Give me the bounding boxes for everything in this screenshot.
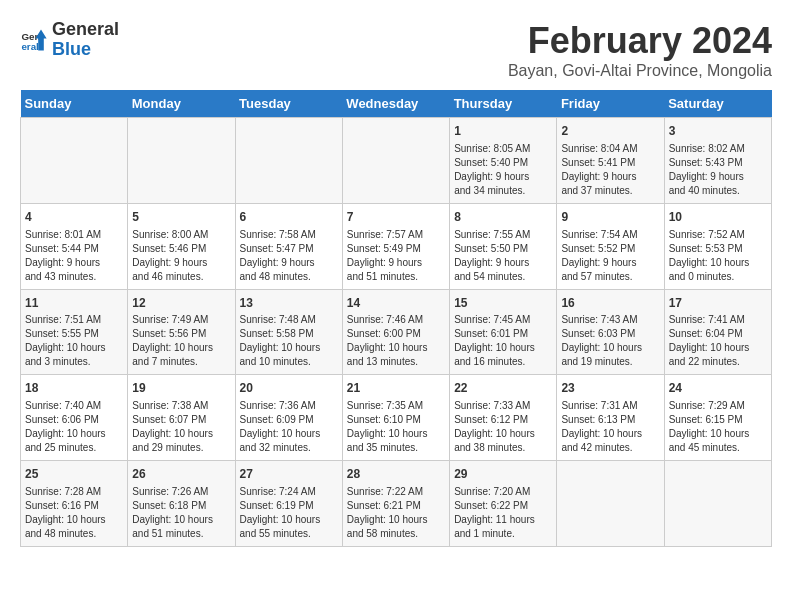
calendar-cell	[21, 118, 128, 204]
calendar-table: SundayMondayTuesdayWednesdayThursdayFrid…	[20, 90, 772, 547]
day-info: Sunrise: 7:49 AMSunset: 5:56 PMDaylight:…	[132, 313, 230, 369]
day-number: 2	[561, 123, 659, 140]
day-number: 8	[454, 209, 552, 226]
day-number: 29	[454, 466, 552, 483]
day-number: 16	[561, 295, 659, 312]
week-row-5: 25Sunrise: 7:28 AMSunset: 6:16 PMDayligh…	[21, 461, 772, 547]
day-number: 12	[132, 295, 230, 312]
day-number: 9	[561, 209, 659, 226]
day-info: Sunrise: 7:35 AMSunset: 6:10 PMDaylight:…	[347, 399, 445, 455]
calendar-cell: 29Sunrise: 7:20 AMSunset: 6:22 PMDayligh…	[450, 461, 557, 547]
day-info: Sunrise: 7:55 AMSunset: 5:50 PMDaylight:…	[454, 228, 552, 284]
day-number: 27	[240, 466, 338, 483]
day-info: Sunrise: 7:24 AMSunset: 6:19 PMDaylight:…	[240, 485, 338, 541]
calendar-cell: 1Sunrise: 8:05 AMSunset: 5:40 PMDaylight…	[450, 118, 557, 204]
day-number: 22	[454, 380, 552, 397]
calendar-cell	[128, 118, 235, 204]
day-number: 18	[25, 380, 123, 397]
calendar-cell: 10Sunrise: 7:52 AMSunset: 5:53 PMDayligh…	[664, 203, 771, 289]
day-info: Sunrise: 7:28 AMSunset: 6:16 PMDaylight:…	[25, 485, 123, 541]
day-info: Sunrise: 7:52 AMSunset: 5:53 PMDaylight:…	[669, 228, 767, 284]
calendar-cell: 23Sunrise: 7:31 AMSunset: 6:13 PMDayligh…	[557, 375, 664, 461]
day-info: Sunrise: 8:01 AMSunset: 5:44 PMDaylight:…	[25, 228, 123, 284]
page-header: Gen eral General Blue February 2024 Baya…	[20, 20, 772, 80]
day-info: Sunrise: 7:51 AMSunset: 5:55 PMDaylight:…	[25, 313, 123, 369]
day-number: 25	[25, 466, 123, 483]
calendar-cell: 12Sunrise: 7:49 AMSunset: 5:56 PMDayligh…	[128, 289, 235, 375]
column-header-sunday: Sunday	[21, 90, 128, 118]
day-info: Sunrise: 7:40 AMSunset: 6:06 PMDaylight:…	[25, 399, 123, 455]
column-header-thursday: Thursday	[450, 90, 557, 118]
day-number: 10	[669, 209, 767, 226]
day-number: 24	[669, 380, 767, 397]
calendar-cell: 21Sunrise: 7:35 AMSunset: 6:10 PMDayligh…	[342, 375, 449, 461]
calendar-cell: 3Sunrise: 8:02 AMSunset: 5:43 PMDaylight…	[664, 118, 771, 204]
week-row-3: 11Sunrise: 7:51 AMSunset: 5:55 PMDayligh…	[21, 289, 772, 375]
calendar-cell: 28Sunrise: 7:22 AMSunset: 6:21 PMDayligh…	[342, 461, 449, 547]
day-number: 13	[240, 295, 338, 312]
day-info: Sunrise: 8:02 AMSunset: 5:43 PMDaylight:…	[669, 142, 767, 198]
day-number: 11	[25, 295, 123, 312]
day-number: 5	[132, 209, 230, 226]
calendar-cell: 18Sunrise: 7:40 AMSunset: 6:06 PMDayligh…	[21, 375, 128, 461]
day-number: 1	[454, 123, 552, 140]
calendar-cell: 16Sunrise: 7:43 AMSunset: 6:03 PMDayligh…	[557, 289, 664, 375]
day-number: 26	[132, 466, 230, 483]
calendar-cell: 13Sunrise: 7:48 AMSunset: 5:58 PMDayligh…	[235, 289, 342, 375]
day-info: Sunrise: 7:43 AMSunset: 6:03 PMDaylight:…	[561, 313, 659, 369]
calendar-cell: 22Sunrise: 7:33 AMSunset: 6:12 PMDayligh…	[450, 375, 557, 461]
day-info: Sunrise: 7:29 AMSunset: 6:15 PMDaylight:…	[669, 399, 767, 455]
day-info: Sunrise: 7:58 AMSunset: 5:47 PMDaylight:…	[240, 228, 338, 284]
calendar-cell: 25Sunrise: 7:28 AMSunset: 6:16 PMDayligh…	[21, 461, 128, 547]
calendar-cell: 24Sunrise: 7:29 AMSunset: 6:15 PMDayligh…	[664, 375, 771, 461]
calendar-cell: 7Sunrise: 7:57 AMSunset: 5:49 PMDaylight…	[342, 203, 449, 289]
day-number: 20	[240, 380, 338, 397]
day-number: 19	[132, 380, 230, 397]
day-number: 15	[454, 295, 552, 312]
week-row-2: 4Sunrise: 8:01 AMSunset: 5:44 PMDaylight…	[21, 203, 772, 289]
title-section: February 2024 Bayan, Govi-Altai Province…	[508, 20, 772, 80]
logo: Gen eral General Blue	[20, 20, 119, 60]
logo-icon: Gen eral	[20, 26, 48, 54]
day-number: 7	[347, 209, 445, 226]
day-info: Sunrise: 7:33 AMSunset: 6:12 PMDaylight:…	[454, 399, 552, 455]
day-info: Sunrise: 8:05 AMSunset: 5:40 PMDaylight:…	[454, 142, 552, 198]
day-info: Sunrise: 8:00 AMSunset: 5:46 PMDaylight:…	[132, 228, 230, 284]
column-header-wednesday: Wednesday	[342, 90, 449, 118]
day-info: Sunrise: 7:31 AMSunset: 6:13 PMDaylight:…	[561, 399, 659, 455]
calendar-cell: 14Sunrise: 7:46 AMSunset: 6:00 PMDayligh…	[342, 289, 449, 375]
calendar-cell: 11Sunrise: 7:51 AMSunset: 5:55 PMDayligh…	[21, 289, 128, 375]
day-number: 28	[347, 466, 445, 483]
calendar-cell	[664, 461, 771, 547]
location-subtitle: Bayan, Govi-Altai Province, Mongolia	[508, 62, 772, 80]
month-title: February 2024	[508, 20, 772, 62]
calendar-cell: 20Sunrise: 7:36 AMSunset: 6:09 PMDayligh…	[235, 375, 342, 461]
day-info: Sunrise: 7:54 AMSunset: 5:52 PMDaylight:…	[561, 228, 659, 284]
day-info: Sunrise: 7:20 AMSunset: 6:22 PMDaylight:…	[454, 485, 552, 541]
day-number: 17	[669, 295, 767, 312]
column-header-tuesday: Tuesday	[235, 90, 342, 118]
column-header-monday: Monday	[128, 90, 235, 118]
day-number: 6	[240, 209, 338, 226]
calendar-cell: 4Sunrise: 8:01 AMSunset: 5:44 PMDaylight…	[21, 203, 128, 289]
day-number: 14	[347, 295, 445, 312]
day-info: Sunrise: 8:04 AMSunset: 5:41 PMDaylight:…	[561, 142, 659, 198]
calendar-cell: 15Sunrise: 7:45 AMSunset: 6:01 PMDayligh…	[450, 289, 557, 375]
day-info: Sunrise: 7:48 AMSunset: 5:58 PMDaylight:…	[240, 313, 338, 369]
day-info: Sunrise: 7:22 AMSunset: 6:21 PMDaylight:…	[347, 485, 445, 541]
week-row-4: 18Sunrise: 7:40 AMSunset: 6:06 PMDayligh…	[21, 375, 772, 461]
calendar-cell: 8Sunrise: 7:55 AMSunset: 5:50 PMDaylight…	[450, 203, 557, 289]
day-info: Sunrise: 7:46 AMSunset: 6:00 PMDaylight:…	[347, 313, 445, 369]
calendar-cell: 27Sunrise: 7:24 AMSunset: 6:19 PMDayligh…	[235, 461, 342, 547]
logo-text: General Blue	[52, 20, 119, 60]
column-header-friday: Friday	[557, 90, 664, 118]
day-number: 23	[561, 380, 659, 397]
calendar-cell: 6Sunrise: 7:58 AMSunset: 5:47 PMDaylight…	[235, 203, 342, 289]
calendar-cell: 2Sunrise: 8:04 AMSunset: 5:41 PMDaylight…	[557, 118, 664, 204]
calendar-cell: 5Sunrise: 8:00 AMSunset: 5:46 PMDaylight…	[128, 203, 235, 289]
svg-text:eral: eral	[21, 41, 39, 52]
calendar-cell	[557, 461, 664, 547]
day-number: 21	[347, 380, 445, 397]
calendar-cell	[342, 118, 449, 204]
day-info: Sunrise: 7:38 AMSunset: 6:07 PMDaylight:…	[132, 399, 230, 455]
